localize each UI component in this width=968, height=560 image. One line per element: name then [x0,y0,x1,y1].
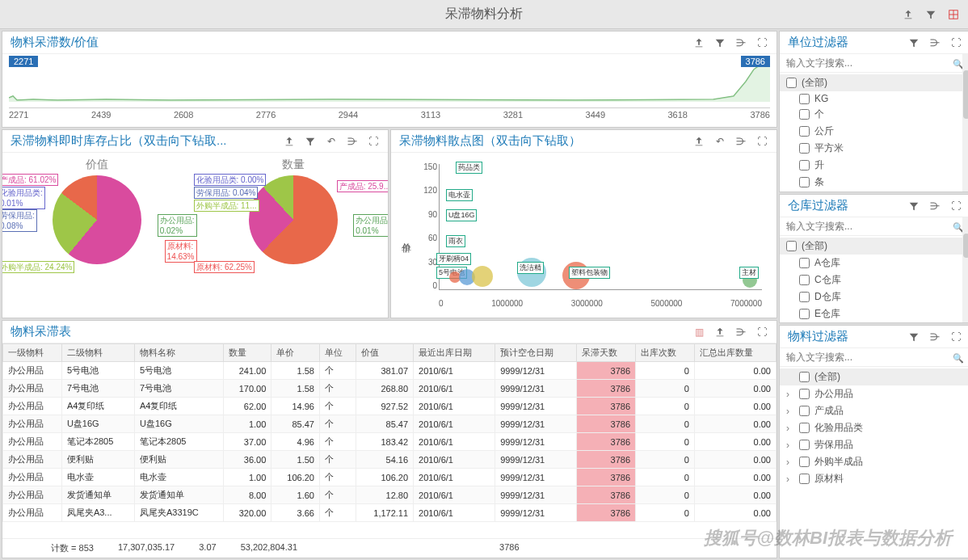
undo-icon[interactable]: ↶ [713,135,726,148]
table-row[interactable]: 办公用品A4复印纸A4复印纸62.0014.96个927.522010/6/19… [3,398,777,415]
expand-icon[interactable]: ⛶ [949,36,962,49]
grid-icon[interactable] [947,8,960,21]
options-icon[interactable]: ⋺ [734,135,747,148]
filter-item[interactable]: › 外购半成品 [786,453,964,470]
table-title: 物料呆滞表 [11,324,71,339]
filter-mat-search[interactable] [780,348,968,367]
pie2-subtitle: 数量 [282,158,305,172]
table-header[interactable]: 价值 [356,344,413,362]
table-footer: 计数 = 853 17,307,035.17 3.07 53,202,804.3… [2,538,777,558]
filter-item[interactable]: › 原材料 [786,470,964,487]
panel-filter-material: 物料过滤器 ⋺ ⛶ 🔍 (全部)› 办公用品› 产成品› 化验用品类› 劳保用品… [779,325,968,558]
table-header[interactable]: 预计空仓日期 [495,344,577,362]
scatter-ylabel: 单价 [398,156,415,314]
filter-item[interactable]: E仓库 [786,305,964,320]
filter-icon[interactable] [907,200,920,213]
filter-item[interactable]: › 劳保用品 [786,436,964,453]
titlebar: 呆滞物料分析 [0,0,968,29]
undo-icon[interactable]: ↶ [325,135,338,148]
filter-item-all[interactable]: (全部) [780,238,968,255]
table-header[interactable]: 出库次数 [636,344,695,362]
filter-icon[interactable] [713,36,726,49]
filter-item[interactable]: 升 [786,157,964,174]
filter-item[interactable]: A仓库 [786,255,964,272]
options-icon[interactable]: ⋺ [928,36,941,49]
filter-item[interactable]: 条 [786,174,964,189]
panel-scatter: 呆滞物料散点图（双击向下钻取） ↶ ⋺ ⛶ 单价 030 [390,129,777,318]
pie-title: 呆滞物料即时库存占比（双击向下钻取... [11,133,227,149]
table-header[interactable]: 呆滞天数 [577,344,636,362]
line-chart[interactable]: 2271 3786 22712439 26082776 29443113 328… [2,54,777,127]
pie-chart-value[interactable] [53,175,141,264]
line-xaxis: 22712439 26082776 29443113 32813449 3618… [9,107,770,121]
expand-icon[interactable]: ⛶ [755,36,768,49]
panel-filter-warehouse: 仓库过滤器 ⋺ ⛶ 🔍 (全部) A仓库 C仓库 D仓库 E仓库 [779,194,968,323]
table-row[interactable]: 办公用品7号电池7号电池170.001.58个268.802010/6/1999… [3,380,777,398]
filter-mat-title: 物料过滤器 [788,329,848,344]
data-table[interactable]: 一级物料二级物料物料名称数量单价单位价值最近出库日期预计空仓日期呆滞天数出库次数… [2,343,777,522]
filter-wh-search[interactable] [780,217,968,236]
table-row[interactable]: 办公用品凤尾夹A3...凤尾夹A3319C320.003.66个1,172.11… [3,504,777,522]
filter-icon[interactable] [907,331,920,343]
scrollbar-thumb[interactable] [963,70,968,119]
expand-icon[interactable]: ⛶ [755,135,768,148]
filter-icon[interactable] [304,135,317,148]
panel-topline: 物料呆滞数/价值 ⋺ ⛶ 2271 3786 227 [2,31,777,128]
options-icon[interactable]: ⋺ [734,36,747,49]
line-start-tag: 2271 [9,56,38,67]
export-icon[interactable] [902,8,915,21]
filter-item[interactable]: › 产成品 [786,402,964,419]
filter-item-all[interactable]: (全部) [780,368,968,385]
filter-item[interactable]: › 办公用品 [786,385,964,402]
export-icon[interactable] [283,135,296,148]
filter-item[interactable]: D仓库 [786,288,964,305]
table-header[interactable]: 一级物料 [3,344,62,362]
export-icon[interactable] [692,36,705,49]
table-header[interactable]: 二级物料 [61,344,134,362]
table-row[interactable]: 办公用品U盘16GU盘16G1.0085.47个85.472010/6/1999… [3,415,777,433]
filter-item[interactable]: 个 [786,106,964,123]
table-header[interactable]: 单位 [319,344,356,362]
filter-item-all[interactable]: (全部) [780,74,968,91]
table-header[interactable]: 单价 [271,344,320,362]
export-icon[interactable] [713,326,726,339]
search-icon: 🔍 [953,353,964,364]
table-header[interactable]: 数量 [223,344,271,362]
filter-item[interactable]: 平方米 [786,140,964,157]
pie1-subtitle: 价值 [86,158,108,172]
expand-icon[interactable]: ⛶ [755,326,768,339]
table-row[interactable]: 办公用品笔记本2805笔记本280537.004.96个183.422010/6… [3,433,777,451]
table-header[interactable]: 最近出库日期 [414,344,495,362]
pie-chart-qty[interactable] [249,175,338,264]
expand-icon[interactable]: ⛶ [949,331,962,343]
scatter-chart[interactable]: 030 6090 120150 药品类 电水壶 U盘16G 雨衣 牙刷柄04 5… [415,156,770,314]
app-title: 呆滞物料分析 [445,6,523,23]
filter-unit-title: 单位过滤器 [788,35,848,50]
expand-icon[interactable]: ⛶ [367,135,380,148]
titlebar-tools [902,8,960,21]
filter-item[interactable]: 公斤 [786,123,964,140]
export-icon[interactable] [692,135,705,148]
table-row[interactable]: 办公用品便利贴便利贴36.001.50个54.162010/6/19999/12… [3,451,777,469]
options-icon[interactable]: ⋺ [734,326,747,339]
options-icon[interactable]: ⋺ [928,200,941,213]
filter-item[interactable]: KG [786,91,964,106]
scrollbar-thumb[interactable] [963,234,968,258]
filter-item[interactable]: C仓库 [786,272,964,288]
options-icon[interactable]: ⋺ [928,331,941,343]
table-header[interactable]: 物料名称 [135,344,224,362]
table-row[interactable]: 办公用品电水壶电水壶1.00106.20个106.202010/6/19999/… [3,469,777,486]
options-icon[interactable]: ⋺ [346,135,359,148]
filter-wh-title: 仓库过滤器 [788,198,848,213]
filter-icon[interactable] [924,8,937,21]
line-end-tag: 3786 [741,56,770,67]
filter-icon[interactable] [907,36,920,49]
table-header[interactable]: 汇总出库数量 [694,344,776,362]
table-row[interactable]: 办公用品发货通知单发货通知单8.001.60个12.802010/6/19999… [3,486,777,504]
filter-unit-search[interactable] [780,54,968,73]
table-row[interactable]: 办公用品5号电池5号电池241.001.58个381.072010/6/1999… [3,362,777,380]
expand-icon[interactable]: ⛶ [949,200,962,213]
panel-filter-unit: 单位过滤器 ⋺ ⛶ 🔍 (全部) KG 个 公斤 平方米 升 条 [779,31,968,192]
filter-item[interactable]: › 化验用品类 [786,419,964,436]
columns-icon[interactable]: ▥ [692,326,705,339]
